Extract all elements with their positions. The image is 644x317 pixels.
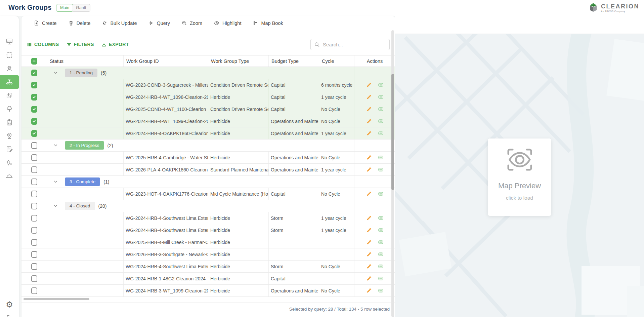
- tag-button[interactable]: [378, 252, 383, 256]
- row-checkbox[interactable]: [31, 106, 37, 113]
- row-checkbox[interactable]: [31, 287, 37, 294]
- sidebar-item-logout[interactable]: [0, 311, 19, 317]
- tag-button[interactable]: [378, 216, 383, 220]
- row-checkbox[interactable]: [31, 94, 37, 101]
- edit-button[interactable]: [367, 215, 372, 221]
- tab-main[interactable]: Main: [56, 4, 73, 12]
- work-group-row[interactable]: WG-2024-HRB-4-WT_1099-Clearion-20Herbici…: [22, 115, 395, 127]
- sidebar-item-checklist[interactable]: [0, 116, 19, 129]
- row-checkbox[interactable]: [31, 191, 37, 197]
- sidebar-item-layers[interactable]: [0, 89, 19, 102]
- bulk-update-button[interactable]: Bulk Update: [102, 20, 137, 26]
- group-expand-toggle[interactable]: [54, 181, 57, 183]
- sidebar-item-hard-hat[interactable]: [0, 169, 19, 183]
- row-checkbox[interactable]: [31, 130, 37, 137]
- tag-button[interactable]: [378, 156, 383, 159]
- columns-button[interactable]: COLUMNS: [27, 42, 59, 47]
- work-group-row[interactable]: WG-2025-HRB-4-Mill Creek - Harmar-OHerbi…: [22, 236, 395, 248]
- edit-button[interactable]: [367, 276, 372, 281]
- tag-button[interactable]: [378, 168, 383, 171]
- work-group-row[interactable]: WG-2023-HOT-4-OAKPK1776-ClearionMid Cycl…: [22, 188, 395, 200]
- row-checkbox[interactable]: [31, 154, 37, 161]
- edit-button[interactable]: [367, 228, 372, 233]
- highlight-button[interactable]: Highlight: [214, 20, 241, 26]
- work-group-row[interactable]: WG-2024-HRB-4-Southwest Lima ExterHerbic…: [22, 212, 395, 224]
- edit-button[interactable]: [367, 191, 372, 196]
- work-group-row[interactable]: WG-2025-HRB-4-Cambridge - Water StHerbic…: [22, 152, 395, 164]
- row-checkbox[interactable]: [31, 82, 37, 88]
- map-book-button[interactable]: Map Book: [253, 20, 283, 26]
- work-group-row[interactable]: WG-2026-HRB-3-Southgate - Newark-OHerbic…: [22, 248, 395, 261]
- work-group-row[interactable]: WG-2024-HRB-3-WT_1099-Clearion-20Herbici…: [22, 285, 395, 297]
- row-checkbox[interactable]: [31, 275, 37, 282]
- vertical-scrollbar-thumb[interactable]: [391, 74, 394, 190]
- edit-button[interactable]: [367, 288, 372, 293]
- sidebar-item-select-area[interactable]: [0, 48, 19, 62]
- tag-button[interactable]: [378, 265, 383, 268]
- edit-button[interactable]: [367, 240, 372, 245]
- horizontal-scrollbar-thumb[interactable]: [24, 298, 89, 300]
- column-header-cycle[interactable]: Cycle: [319, 55, 354, 67]
- sidebar-item-settings[interactable]: ⚙: [0, 298, 19, 311]
- sidebar-item-form-edit[interactable]: [0, 143, 19, 156]
- sidebar-item-location[interactable]: [0, 129, 19, 143]
- column-header-work-group-id[interactable]: Work Group ID: [124, 55, 208, 67]
- work-group-row[interactable]: WG-2024-HRB-4-Southwest Lima ExterHerbic…: [22, 261, 395, 273]
- work-group-row[interactable]: WG-2025-COND-4-WT_1100-ClearionCondition…: [22, 103, 395, 115]
- group-checkbox[interactable]: [31, 179, 37, 185]
- group-expand-toggle[interactable]: [54, 205, 57, 207]
- tag-button[interactable]: [378, 119, 383, 123]
- delete-button[interactable]: Delete: [68, 20, 91, 26]
- tab-gantt[interactable]: Gantt: [72, 4, 90, 12]
- sidebar-item-tree[interactable]: [0, 102, 19, 116]
- filters-button[interactable]: FILTERS: [67, 42, 94, 47]
- tag-button[interactable]: [378, 228, 383, 232]
- select-all-checkbox[interactable]: [31, 58, 37, 65]
- row-checkbox[interactable]: [31, 166, 37, 173]
- tag-button[interactable]: [378, 95, 383, 99]
- tag-button[interactable]: [378, 107, 383, 111]
- tag-button[interactable]: [378, 289, 383, 292]
- work-group-row[interactable]: WG-2023-COND-3-Sugarcreek - MillersCondi…: [22, 79, 395, 91]
- zoom-button[interactable]: Zoom: [181, 20, 202, 26]
- edit-button[interactable]: [367, 107, 372, 112]
- row-checkbox[interactable]: [31, 227, 37, 234]
- map-preview-card[interactable]: Map Preview click to load: [488, 138, 551, 216]
- column-header-budget-type[interactable]: Budget Type: [269, 55, 319, 67]
- tag-button[interactable]: [378, 192, 383, 196]
- group-checkbox[interactable]: [31, 203, 37, 209]
- edit-button[interactable]: [367, 131, 372, 136]
- create-button[interactable]: Create: [34, 20, 57, 26]
- row-checkbox[interactable]: [31, 118, 37, 125]
- work-group-row[interactable]: WG-2024-HRB-4-WT_1098-Clearion-20Herbici…: [22, 91, 395, 103]
- column-header-status[interactable]: Status: [47, 55, 124, 67]
- sidebar-item-field-worker[interactable]: [0, 62, 19, 75]
- work-group-row[interactable]: WG-2024-HRB-1-48G2-Clearion-2024Herbicid…: [22, 273, 395, 285]
- edit-button[interactable]: [367, 155, 372, 160]
- edit-button[interactable]: [367, 82, 372, 87]
- tag-button[interactable]: [378, 83, 383, 87]
- column-header-work-group-type[interactable]: Work Group Type: [208, 55, 269, 67]
- group-expand-toggle[interactable]: [54, 144, 57, 147]
- group-row[interactable]: 4 - Closed(20): [22, 200, 395, 212]
- tag-button[interactable]: [378, 277, 383, 280]
- edit-button[interactable]: [367, 167, 372, 172]
- work-group-row[interactable]: WG-2024-HRB-4-OAKPK1860-ClearionHerbicid…: [22, 127, 395, 140]
- tag-button[interactable]: [378, 131, 383, 135]
- group-row[interactable]: 1 - Pending(5): [22, 67, 395, 79]
- edit-button[interactable]: [367, 252, 372, 257]
- query-button[interactable]: Query: [148, 20, 170, 26]
- group-row[interactable]: 3 - Complete(1): [22, 176, 395, 188]
- edit-button[interactable]: [367, 264, 372, 269]
- group-checkbox[interactable]: [31, 142, 37, 149]
- sidebar-item-work-groups[interactable]: [0, 75, 19, 89]
- work-group-row[interactable]: WG-2026-PLA-4-OAKPK1860-ClearionStandard…: [22, 164, 395, 176]
- edit-button[interactable]: [367, 94, 372, 100]
- edit-button[interactable]: [367, 119, 372, 124]
- row-checkbox[interactable]: [31, 215, 37, 222]
- row-checkbox[interactable]: [31, 263, 37, 270]
- export-button[interactable]: EXPORT: [101, 42, 129, 47]
- row-checkbox[interactable]: [31, 239, 37, 246]
- group-expand-toggle[interactable]: [54, 72, 57, 74]
- sidebar-item-dashboard[interactable]: [0, 35, 19, 48]
